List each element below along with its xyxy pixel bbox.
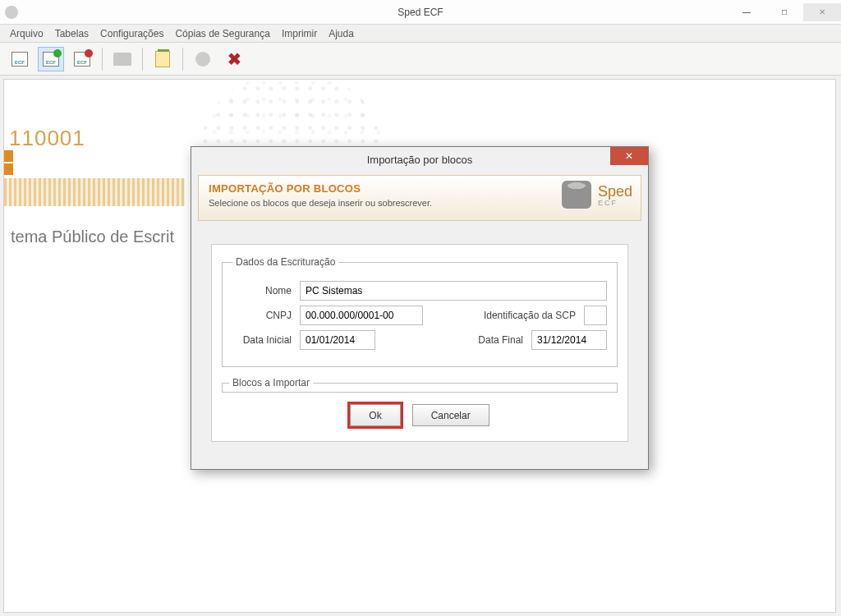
menu-ajuda[interactable]: Ajuda <box>325 26 357 41</box>
dialog-title: Importação por blocos <box>367 154 473 166</box>
titlebar: Sped ECF — □ ✕ <box>0 0 841 25</box>
ok-button[interactable]: Ok <box>350 404 400 426</box>
menubar: Arquivo Tabelas Configurações Cópias de … <box>0 25 841 43</box>
blocos-group: Blocos a Importar <box>222 377 618 393</box>
disk-icon <box>562 181 591 209</box>
dialog-header: IMPORTAÇÃO POR BLOCOS Selecione os bloco… <box>198 175 641 221</box>
cnpj-label: CNPJ <box>232 310 292 321</box>
database-icon <box>195 52 210 67</box>
edge-tab[interactable] <box>3 163 13 175</box>
dialog-header-subtitle: Selecione os blocos que deseja inserir o… <box>209 198 432 208</box>
dialog-body: Dados da Escrituração Nome CNPJ Identifi… <box>211 244 628 442</box>
menu-copias[interactable]: Cópias de Segurança <box>172 26 273 41</box>
nome-field[interactable] <box>300 281 607 301</box>
nome-label: Nome <box>232 285 292 297</box>
dialog-header-title: IMPORTAÇÃO POR BLOCOS <box>209 182 432 195</box>
sped-logo: Sped ECF <box>562 181 632 209</box>
escrituracao-legend: Dados da Escrituração <box>232 256 338 268</box>
menu-imprimir[interactable]: Imprimir <box>278 26 320 41</box>
edge-tab[interactable] <box>3 150 13 162</box>
data-inicial-label: Data Inicial <box>232 334 292 346</box>
toolbar: ✖ <box>0 43 841 76</box>
toolbar-separator <box>102 48 103 71</box>
minimize-button[interactable]: — <box>728 3 765 21</box>
ident-scp-label: Identificação da SCP <box>484 310 576 321</box>
window-controls: — □ ✕ <box>728 3 841 21</box>
app-icon <box>5 6 18 19</box>
toolbar-remove[interactable]: ✖ <box>221 47 247 71</box>
menu-arquivo[interactable]: Arquivo <box>7 26 47 41</box>
cnpj-field[interactable] <box>300 306 423 325</box>
import-blocks-dialog: Importação por blocos ✕ IMPORTAÇÃO POR B… <box>191 146 649 470</box>
decorative-stripe <box>4 178 185 206</box>
toolbar-ecf-open[interactable] <box>38 47 64 71</box>
dialog-button-row: Ok Cancelar <box>222 404 618 426</box>
toolbar-ecf-delete[interactable] <box>69 47 95 71</box>
dialog-titlebar: Importação por blocos ✕ <box>191 147 648 172</box>
menu-configuracoes[interactable]: Configurações <box>97 26 167 41</box>
toolbar-separator <box>142 48 143 71</box>
blocos-legend: Blocos a Importar <box>229 377 313 388</box>
brand-name: Sped <box>598 183 632 200</box>
folder-icon <box>113 53 131 66</box>
toolbar-db[interactable] <box>190 47 216 71</box>
data-inicial-field[interactable] <box>300 330 375 350</box>
note-icon <box>155 51 170 67</box>
maximize-button[interactable]: □ <box>765 3 803 21</box>
brand-sub: ECF <box>598 199 632 207</box>
toolbar-folder[interactable] <box>109 47 136 71</box>
decorative-code: 110001 <box>9 126 85 151</box>
window-title: Sped ECF <box>0 7 841 18</box>
toolbar-note[interactable] <box>149 47 176 71</box>
data-final-field[interactable] <box>531 330 607 350</box>
x-icon: ✖ <box>227 49 241 69</box>
cancel-button[interactable]: Cancelar <box>412 404 489 426</box>
data-final-label: Data Final <box>464 334 523 346</box>
menu-tabelas[interactable]: Tabelas <box>52 26 92 41</box>
ident-scp-field[interactable] <box>584 306 607 325</box>
escrituracao-group: Dados da Escrituração Nome CNPJ Identifi… <box>222 256 618 367</box>
decorative-slogan: tema Público de Escrit <box>11 228 174 246</box>
toolbar-separator <box>182 48 183 71</box>
toolbar-ecf-new[interactable] <box>7 47 33 71</box>
close-button[interactable]: ✕ <box>803 3 841 21</box>
dialog-close-button[interactable]: ✕ <box>610 147 648 165</box>
